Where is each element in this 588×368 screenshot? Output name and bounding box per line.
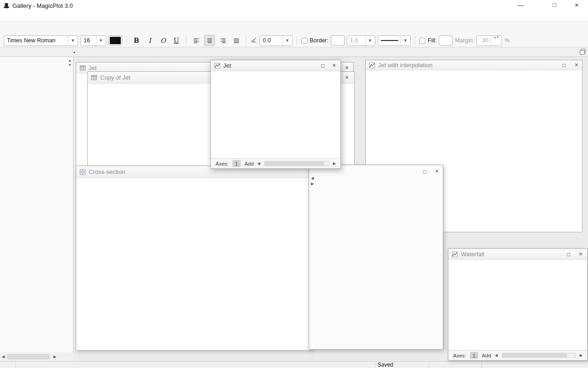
scroll-left-icon[interactable]: ◀ [495, 353, 498, 357]
panel-scroll-right-icon[interactable]: ▶ [311, 182, 314, 186]
bold-button[interactable]: B [131, 35, 142, 46]
border-label: Border: [310, 37, 328, 44]
add-axes-button[interactable]: Add [244, 161, 254, 167]
menu-bar [0, 11, 588, 21]
maximize-button[interactable]: □ [553, 1, 556, 8]
figure-icon [214, 63, 220, 69]
scroll-right-icon[interactable]: ▶ [580, 353, 582, 357]
tab-scroll-left-icon[interactable]: ◂ [73, 50, 75, 54]
window-title: Gallery - MagicPlot 3.0 [12, 2, 73, 9]
font-size-select[interactable]: 16▼ [80, 35, 106, 46]
fill-checkbox[interactable] [419, 38, 425, 44]
app-titlebar: Gallery - MagicPlot 3.0 — □ × [0, 0, 588, 11]
tree-scroll-down-icon[interactable]: ▼ [68, 63, 72, 67]
format-toolbar: Times New Roman▼ 16▼ B I O U 0.0▼ Border… [0, 34, 588, 47]
maximize-icon[interactable]: □ [562, 62, 565, 69]
scroll-right-icon[interactable]: ▶ [333, 161, 336, 166]
align-left-button[interactable] [191, 35, 202, 46]
scroll-thumb[interactable] [265, 161, 324, 166]
margin-spinner[interactable]: 30▲▼ [476, 35, 502, 46]
border-color-swatch[interactable] [331, 35, 345, 46]
tree-horizontal-scrollbar[interactable]: ◀ ▶ [0, 352, 74, 361]
window-title: Jet [223, 62, 231, 69]
save-status: Saved [378, 362, 393, 368]
scroll-left-icon[interactable]: ◀ [2, 355, 5, 359]
rotation-angle-icon [250, 36, 257, 45]
scroll-left-icon[interactable]: ◀ [257, 161, 260, 166]
scroll-right-icon[interactable]: ▶ [53, 355, 56, 359]
border-width-select[interactable]: 1.0▼ [347, 35, 375, 46]
axes-label: Axes: [215, 161, 229, 167]
window-list-icon[interactable] [579, 48, 586, 57]
axes-bar: Axes: 1 Add ◀ ▶ [211, 158, 340, 168]
oblique-button[interactable]: O [158, 35, 169, 46]
border-checkbox[interactable] [301, 38, 307, 44]
cross-section-window[interactable]: Cross-section [76, 166, 312, 351]
window-title: Waterfall [461, 251, 484, 258]
window-title: Cross-section [89, 168, 125, 175]
underline-button[interactable]: U [171, 35, 182, 46]
window-title: Copy of Jet [100, 74, 130, 81]
close-icon[interactable]: × [575, 62, 578, 68]
figure-icon [452, 251, 458, 258]
close-icon[interactable]: × [579, 251, 582, 257]
tree-scroll-up-icon[interactable]: ▲ [68, 58, 72, 63]
main-toolbar [0, 21, 588, 34]
close-icon[interactable]: × [332, 62, 336, 69]
project-tree: ▲ ▼ [0, 57, 74, 352]
maximize-icon[interactable]: □ [567, 251, 570, 258]
status-bar: Saved [0, 361, 588, 368]
axes-count-chip[interactable]: 1 [470, 352, 478, 359]
scroll-thumb[interactable] [502, 353, 567, 357]
document-tabbar: ◂ [0, 47, 588, 57]
fill-color-swatch[interactable] [439, 35, 452, 46]
window-title: Jet with interpolation [378, 62, 433, 69]
axes-label: Axes: [453, 353, 466, 358]
align-center-button[interactable] [204, 35, 215, 46]
waterfall-window[interactable]: Waterfall □ × Axes: 1 Add ◀ ▶ [448, 248, 588, 361]
fill-label: Fill: [428, 37, 436, 44]
close-icon[interactable]: × [345, 64, 349, 71]
h-scrollbar[interactable] [264, 161, 329, 166]
panel-scroll-left-icon[interactable]: ◀ [311, 176, 314, 180]
scroll-thumb[interactable] [7, 354, 50, 359]
table-icon [91, 75, 97, 81]
fit-icon [79, 169, 86, 175]
font-family-select[interactable]: Times New Roman▼ [4, 35, 78, 46]
window-title: Jet [89, 64, 96, 71]
table-icon [79, 65, 86, 71]
align-right-button[interactable] [217, 35, 228, 46]
maximize-icon[interactable]: □ [423, 168, 426, 175]
close-button[interactable]: × [575, 1, 579, 9]
text-color-swatch[interactable] [108, 35, 122, 46]
maximize-icon[interactable]: □ [321, 63, 324, 69]
line-style-select[interactable]: ▼ [378, 35, 411, 46]
figure-icon [369, 62, 375, 69]
rotation-angle-select[interactable]: 0.0▼ [260, 35, 293, 46]
percent-label: % [504, 37, 509, 44]
italic-button[interactable]: I [144, 35, 155, 46]
jet-figure-window[interactable]: Jet □ × Axes: 1 Add ◀ ▶ [210, 60, 341, 169]
h-scrollbar[interactable] [502, 353, 576, 358]
fit-panel-window[interactable]: □ × ◀ ▶ [309, 165, 443, 350]
close-icon[interactable]: × [345, 74, 349, 80]
axes-count-chip[interactable]: 1 [232, 160, 241, 167]
axes-bar: Axes: 1 Add ◀ ▶ [448, 350, 587, 360]
margin-label: Margin: [455, 37, 474, 44]
app-icon [3, 2, 10, 9]
minimize-button[interactable]: — [518, 2, 524, 9]
close-icon[interactable]: × [435, 168, 439, 174]
add-axes-button[interactable]: Add [482, 353, 491, 358]
magicplot-app: { "titlebar": {"title": "Gallery - Magic… [0, 0, 588, 368]
align-justify-button[interactable] [231, 35, 242, 46]
